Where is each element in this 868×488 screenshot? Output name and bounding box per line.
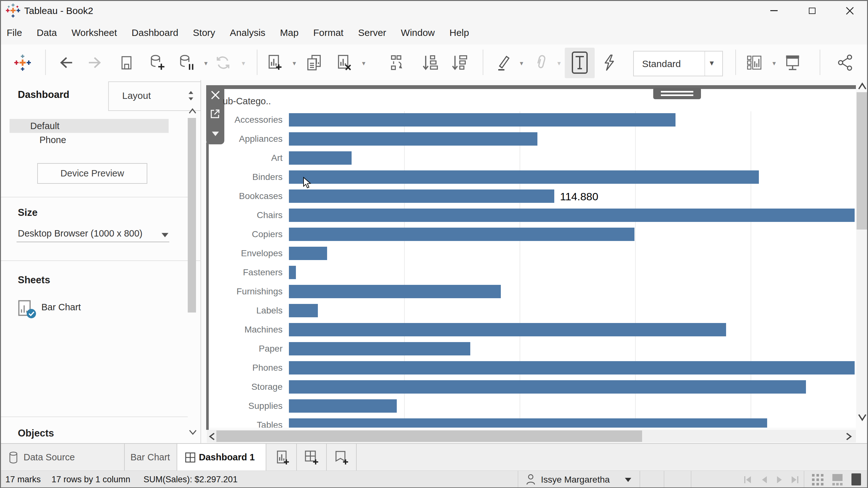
panel-scroll-down-icon[interactable] bbox=[189, 429, 197, 435]
sheet-item-bar-chart[interactable]: Bar Chart bbox=[0, 299, 187, 320]
undo-button[interactable] bbox=[57, 54, 75, 72]
h-scrollbar-track[interactable] bbox=[207, 430, 856, 443]
clear-sheet-button[interactable] bbox=[334, 54, 352, 72]
category-label[interactable]: Accessories bbox=[215, 111, 283, 129]
menu-item-help[interactable]: Help bbox=[450, 27, 469, 38]
previous-icon[interactable] bbox=[760, 475, 769, 484]
panel-scroll-up-icon[interactable] bbox=[188, 108, 197, 114]
bar-copiers[interactable] bbox=[289, 228, 634, 241]
menu-item-map[interactable]: Map bbox=[280, 27, 299, 38]
category-label[interactable]: Copiers bbox=[215, 225, 283, 243]
bar-paper[interactable] bbox=[289, 342, 470, 355]
bar-machines[interactable] bbox=[289, 323, 726, 336]
run-update-button[interactable] bbox=[214, 54, 232, 72]
new-story-tab-button[interactable] bbox=[329, 444, 353, 471]
format-workbook-button[interactable] bbox=[531, 54, 550, 72]
clear-sheet-caret[interactable]: ▾ bbox=[360, 59, 368, 67]
duplicate-button[interactable] bbox=[305, 54, 323, 72]
size-selector-caret[interactable] bbox=[161, 232, 169, 238]
category-label[interactable]: Machines bbox=[215, 321, 283, 339]
tab-data-source[interactable]: Data Source bbox=[4, 444, 124, 471]
h-scroll-left-icon[interactable] bbox=[208, 432, 216, 441]
category-label[interactable]: Phones bbox=[215, 359, 283, 377]
category-label[interactable]: Fasteners bbox=[215, 263, 283, 282]
category-label[interactable]: Supplies bbox=[215, 397, 283, 415]
category-label[interactable]: Bookcases bbox=[215, 187, 283, 205]
bar-bookcases[interactable] bbox=[289, 190, 554, 203]
new-worksheet-tab-button[interactable] bbox=[270, 444, 294, 471]
menu-item-dashboard[interactable]: Dashboard bbox=[132, 27, 179, 38]
fit-selector[interactable]: Standard ▼ bbox=[633, 51, 723, 76]
bar-binders[interactable] bbox=[289, 170, 759, 184]
tableau-logo-button[interactable] bbox=[13, 54, 32, 72]
next-icon[interactable] bbox=[775, 475, 784, 484]
tab-layout[interactable]: Layout bbox=[108, 82, 201, 111]
bar-labels[interactable] bbox=[289, 304, 318, 317]
redo-button[interactable] bbox=[86, 54, 104, 72]
highlight-caret[interactable]: ▾ bbox=[517, 59, 526, 67]
category-label[interactable]: Envelopes bbox=[215, 244, 283, 263]
bar-appliances[interactable] bbox=[289, 132, 537, 145]
swap-rows-columns-button[interactable] bbox=[389, 54, 407, 72]
menu-item-analysis[interactable]: Analysis bbox=[230, 27, 266, 38]
bar-tables[interactable] bbox=[289, 418, 767, 428]
bar-storage[interactable] bbox=[289, 380, 806, 394]
maximize-button[interactable] bbox=[797, 0, 827, 21]
skip-to-start-icon[interactable] bbox=[743, 475, 752, 484]
menu-item-file[interactable]: File bbox=[7, 27, 22, 38]
menu-item-worksheet[interactable]: Worksheet bbox=[71, 27, 117, 38]
show-sheet-tabs-icon[interactable] bbox=[812, 474, 824, 485]
minimize-button[interactable] bbox=[759, 0, 789, 21]
new-worksheet-button[interactable] bbox=[265, 54, 283, 72]
bar-envelopes[interactable] bbox=[289, 247, 327, 260]
menu-item-story[interactable]: Story bbox=[193, 27, 215, 38]
h-scroll-right-icon[interactable] bbox=[845, 432, 853, 441]
show-hide-cards-button[interactable] bbox=[745, 54, 764, 72]
h-scrollbar-thumb[interactable] bbox=[216, 430, 642, 442]
fix-axes-button[interactable] bbox=[600, 54, 619, 72]
size-selector-value[interactable]: Desktop Browser (1000 x 800) bbox=[18, 228, 143, 239]
category-label[interactable]: Furnishings bbox=[215, 282, 283, 301]
presentation-mode-button[interactable] bbox=[783, 54, 802, 72]
skip-to-end-icon[interactable] bbox=[790, 475, 799, 484]
v-scroll-up-icon[interactable] bbox=[858, 82, 867, 90]
highlight-button[interactable] bbox=[494, 54, 512, 72]
menu-item-server[interactable]: Server bbox=[358, 27, 386, 38]
tab-dashboard[interactable]: Dashboard bbox=[18, 89, 69, 100]
bar-phones[interactable] bbox=[289, 361, 855, 375]
show-sheet-sorter-icon[interactable] bbox=[851, 474, 861, 485]
v-scrollbar-thumb[interactable] bbox=[857, 92, 867, 230]
v-scroll-down-icon[interactable] bbox=[858, 413, 867, 422]
new-data-source-button[interactable] bbox=[148, 54, 166, 72]
category-label[interactable]: Appliances bbox=[215, 130, 283, 148]
device-item-default[interactable]: Default bbox=[9, 119, 168, 133]
device-item-phone[interactable]: Phone bbox=[9, 133, 168, 147]
close-button[interactable] bbox=[835, 0, 865, 21]
tab-bar-chart[interactable]: Bar Chart bbox=[125, 444, 177, 471]
format-workbook-caret[interactable]: ▾ bbox=[555, 59, 563, 67]
zone-drag-handle[interactable] bbox=[653, 88, 701, 99]
show-mark-labels-button[interactable] bbox=[565, 48, 595, 78]
bar-art[interactable] bbox=[289, 151, 351, 165]
device-preview-button[interactable]: Device Preview bbox=[37, 163, 147, 184]
category-label[interactable]: Paper bbox=[215, 339, 283, 358]
show-filmstrip-icon[interactable] bbox=[832, 474, 843, 485]
bar-accessories[interactable] bbox=[289, 113, 676, 127]
menu-item-data[interactable]: Data bbox=[37, 27, 57, 38]
new-dashboard-tab-button[interactable] bbox=[299, 444, 323, 471]
menu-item-window[interactable]: Window bbox=[401, 27, 435, 38]
tab-dashboard-1[interactable]: Dashboard 1 bbox=[177, 444, 266, 471]
bar-fasteners[interactable] bbox=[289, 266, 296, 279]
category-label[interactable]: Tables bbox=[215, 416, 283, 428]
remove-zone-icon[interactable] bbox=[211, 90, 220, 100]
bar-furnishings[interactable] bbox=[289, 285, 501, 298]
sort-descending-button[interactable] bbox=[451, 54, 469, 72]
panel-scrollbar-thumb[interactable] bbox=[188, 118, 196, 313]
pause-auto-updates-button[interactable] bbox=[177, 54, 195, 72]
save-button[interactable] bbox=[117, 54, 135, 72]
category-label[interactable]: Chairs bbox=[215, 206, 283, 224]
category-label[interactable]: Storage bbox=[215, 378, 283, 396]
new-worksheet-caret[interactable]: ▾ bbox=[290, 59, 299, 67]
sort-ascending-button[interactable] bbox=[421, 54, 440, 72]
category-label[interactable]: Binders bbox=[215, 168, 283, 186]
